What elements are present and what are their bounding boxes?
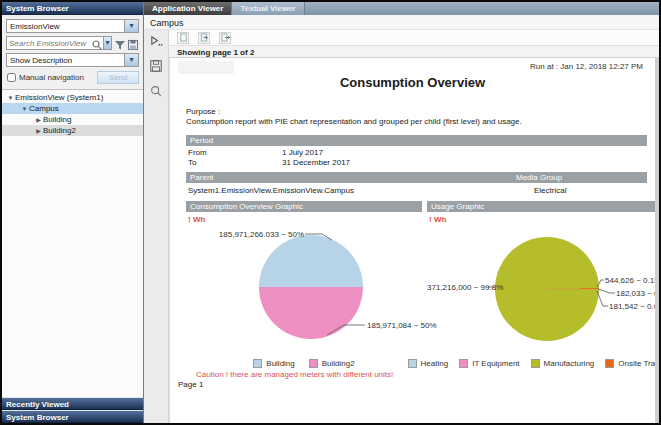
period-label: From <box>188 148 207 157</box>
report-scroll-region[interactable]: Run at : Jan 12, 2018 12:27 PM Consumpti… <box>169 58 659 423</box>
panel-header-recently-viewed[interactable]: Recently Viewed <box>2 397 143 410</box>
report-purpose: Purpose : Consumption report with PIE ch… <box>186 107 645 127</box>
page-toolbar <box>169 30 659 45</box>
purpose-label: Purpose : <box>186 107 645 117</box>
legend-label: Building <box>266 359 294 368</box>
legend-item-onsite-transport: Onsite Transport <box>605 359 655 368</box>
consumption-chart-section: Consumption Overview Graphic ! Wh 185,97… <box>186 201 422 376</box>
page-icon[interactable] <box>177 32 189 44</box>
next-page-icon[interactable] <box>198 32 210 44</box>
manual-navigation-label[interactable]: Manual navigation <box>19 73 84 82</box>
media-group-value: Electrical <box>534 186 566 195</box>
tree-item-building2[interactable]: ▶Building2 <box>2 125 143 136</box>
usage-pie-chart <box>495 237 599 341</box>
legend-label: IT Equipment <box>472 359 519 368</box>
search-options-chevron-icon[interactable]: ▼ <box>104 36 112 50</box>
sidebar-controls: EmissionView ▼ ▼ <box>2 15 143 90</box>
manual-navigation-checkbox[interactable] <box>7 73 16 82</box>
tree-item-label: Campus <box>29 104 59 113</box>
tree-item-building[interactable]: ▶Building <box>2 114 143 125</box>
filter-icon[interactable] <box>114 37 126 49</box>
save-filter-icon[interactable] <box>127 37 139 49</box>
legend-swatch <box>309 359 318 368</box>
legend-swatch <box>605 359 614 368</box>
tree-expand-icon[interactable]: ▶ <box>34 127 43 134</box>
zoom-icon[interactable] <box>148 83 164 99</box>
usage-chart-section: Usage Graphic ! Wh <box>427 201 655 376</box>
legend-swatch <box>253 359 262 368</box>
breadcrumb: Campus <box>144 15 659 30</box>
page-footer: Page 1 <box>178 380 203 389</box>
view-selector-value: EmissionView <box>7 20 124 32</box>
media-group-header-label: Media Group <box>516 173 562 182</box>
description-selector-value: Show Description <box>7 54 124 66</box>
tree-item-label: Building <box>43 115 71 124</box>
period-row-to: To31 December 2017 <box>188 158 196 167</box>
tree-item-emissionview-system1-[interactable]: ▼EmissionView (System1) <box>2 92 143 103</box>
chevron-down-icon[interactable]: ▼ <box>124 54 138 66</box>
sidebar-bottom-panels: Recently ViewedSystem Browser <box>2 397 143 423</box>
system-browser-title[interactable]: System Browser <box>2 2 143 15</box>
legend-label: Heating <box>421 359 449 368</box>
pie-callout: 181,542 ~ 0.05% <box>609 302 655 311</box>
period-value: 31 December 2017 <box>282 158 350 167</box>
report-title: Consumption Overview <box>170 75 655 90</box>
tree-expand-icon[interactable]: ▶ <box>34 116 43 123</box>
legend-swatch <box>459 359 468 368</box>
period-section-header: Period <box>186 135 647 146</box>
description-selector[interactable]: Show Description ▼ <box>6 53 139 67</box>
parent-section-header: Parent Media Group <box>186 172 647 183</box>
consumption-legend: BuildingBuilding2 <box>186 359 422 368</box>
tree-collapse-icon[interactable]: ▼ <box>6 95 15 101</box>
main-area: Application ViewerTextual Viewer Campus <box>144 2 659 423</box>
legend-label: Manufacturing <box>544 359 595 368</box>
system-browser-panel: System Browser EmissionView ▼ ▼ <box>2 2 144 423</box>
legend-label: Building2 <box>322 359 355 368</box>
tab-textual-viewer[interactable]: Textual Viewer <box>232 2 304 15</box>
parent-header-label: Parent <box>190 173 214 182</box>
run-report-icon[interactable] <box>148 33 164 49</box>
save-report-icon[interactable] <box>148 58 164 74</box>
consumption-pie-area: 185,971,266.033 ~ 50% 185,971,084 ~ 50% <box>186 227 422 353</box>
period-row-from: From1 July 2017 <box>188 148 207 157</box>
usage-legend: HeatingIT EquipmentManufacturingOnsite T… <box>427 359 655 368</box>
legend-swatch <box>408 359 417 368</box>
search-row: ▼ <box>6 36 139 50</box>
legend-swatch <box>531 359 540 368</box>
tree-collapse-icon[interactable]: ▼ <box>20 106 29 112</box>
chevron-down-icon[interactable]: ▼ <box>124 20 138 32</box>
usage-chart-header: Usage Graphic <box>427 201 655 212</box>
tree-item-campus[interactable]: ▼Campus <box>2 103 143 114</box>
viewer-tool-rail <box>144 30 169 423</box>
legend-item-heating: Heating <box>408 359 449 368</box>
paging-status: Showing page 1 of 2 <box>169 45 659 58</box>
pie-callout: 371,216,000 ~ 99.8% <box>427 283 487 292</box>
tab-application-viewer[interactable]: Application Viewer <box>144 2 232 15</box>
pie-callout: 182,033 ~ 0% <box>616 289 655 298</box>
viewer-tabbar: Application ViewerTextual Viewer <box>144 2 659 15</box>
legend-item-building2: Building2 <box>309 359 355 368</box>
usage-pie-area: 371,216,000 ~ 99.8% 544,626 ~ 0.15% 182,… <box>427 227 655 353</box>
send-button[interactable]: Send <box>97 71 139 84</box>
export-page-icon[interactable] <box>219 32 231 44</box>
navigation-tree: ▼EmissionView (System1)▼Campus▶Building▶… <box>2 90 143 136</box>
search-input[interactable] <box>7 37 91 49</box>
parent-values-row: System1.EmissionView.EmissionView.Campus… <box>188 186 647 195</box>
panel-header-system-browser[interactable]: System Browser <box>2 410 143 423</box>
unit-warning-right: ! Wh <box>429 215 446 224</box>
report-logo-watermark <box>178 61 234 74</box>
legend-item-manufacturing: Manufacturing <box>531 359 595 368</box>
period-value: 1 July 2017 <box>282 148 323 157</box>
legend-label: Onsite Transport <box>618 359 655 368</box>
report-run-at: Run at : Jan 12, 2018 12:27 PM <box>530 62 643 71</box>
period-label: To <box>188 158 196 167</box>
search-icon[interactable] <box>91 37 103 49</box>
manual-navigation-row: Manual navigation Send <box>6 71 139 84</box>
view-selector[interactable]: EmissionView ▼ <box>6 19 139 33</box>
caution-message: Caution ! there are managed meters with … <box>196 370 393 379</box>
parent-value: System1.EmissionView.EmissionView.Campus <box>188 186 354 195</box>
unit-warning-left: ! Wh <box>188 215 205 224</box>
pie-callout: 185,971,266.033 ~ 50% <box>186 230 304 239</box>
consumption-chart-header: Consumption Overview Graphic <box>186 201 422 212</box>
pie-callout: 544,626 ~ 0.15% <box>605 276 655 285</box>
